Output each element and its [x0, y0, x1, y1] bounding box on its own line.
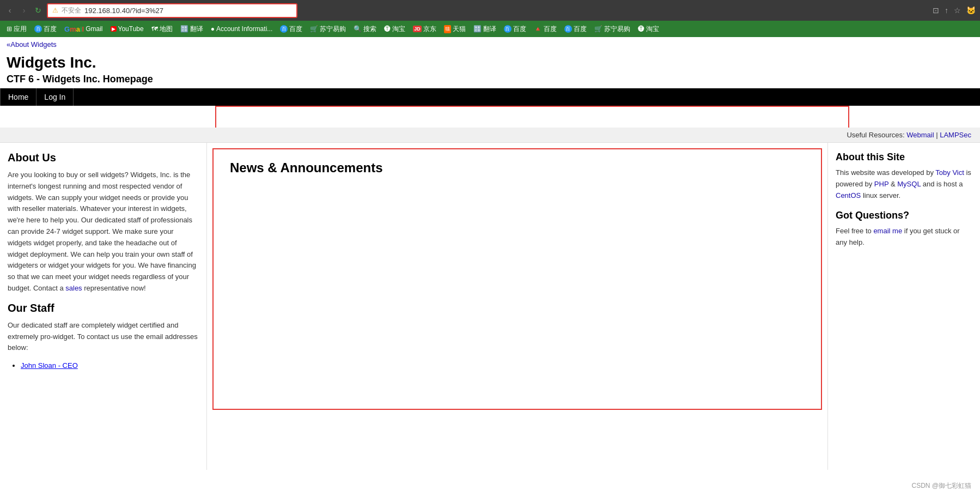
baidu-icon-2: 百: [280, 25, 288, 33]
bookmark-label: 苏宁易购: [604, 25, 630, 34]
bookmark-jd[interactable]: JD 京东: [410, 23, 440, 35]
site-nav: Home Log In: [0, 88, 980, 106]
tianmao-icon: 猫: [444, 25, 451, 33]
news-body: [214, 186, 821, 409]
webmail-link[interactable]: Webmail: [906, 131, 934, 139]
bookmark-translate-2[interactable]: 🔠 翻译: [470, 23, 500, 35]
translate-icon[interactable]: ⊡: [933, 6, 939, 15]
left-sidebar: About Us Are you looking to buy or sell …: [0, 143, 207, 470]
bookmark-baidu-1[interactable]: 百 百度: [31, 23, 60, 35]
extension-icon[interactable]: 🐱: [966, 6, 976, 15]
right-sidebar: About this Site This website was develop…: [827, 143, 980, 470]
bookmark-search[interactable]: 🔍 搜索: [350, 23, 380, 35]
about-site-title: About this Site: [836, 152, 972, 163]
baidu-icon: 百: [34, 25, 42, 33]
bookmark-gmail[interactable]: Gmail Gmail: [61, 24, 106, 34]
forward-button[interactable]: ›: [19, 5, 29, 16]
address-text: 192.168.10.40/?id=3%27: [84, 7, 163, 15]
bookmark-label: 翻译: [190, 25, 203, 34]
baidu-icon-3: 百: [504, 25, 512, 33]
email-link[interactable]: email me: [873, 227, 902, 235]
resources-label: Useful Resources:: [847, 131, 904, 139]
lampsec-link[interactable]: LAMPSec: [940, 131, 971, 139]
about-link-bar: «About Widgets: [0, 37, 980, 52]
about-link[interactable]: «About Widgets: [7, 40, 57, 49]
staff-title: Our Staff: [8, 302, 199, 314]
apps-icon: ⊞: [7, 25, 12, 33]
nav-login[interactable]: Log In: [36, 88, 74, 106]
about-site-text: This website was developed by Toby Vict …: [836, 167, 972, 201]
taobao-icon: 🅣: [384, 25, 391, 33]
account-icon: ●: [211, 25, 215, 33]
news-header: News & Announcements: [214, 149, 821, 186]
about-text: Are you looking to buy or sell widgets? …: [8, 170, 199, 294]
bookmark-label: Gmail: [86, 25, 102, 33]
back-button[interactable]: ‹: [4, 5, 15, 16]
red-border-top: [215, 106, 849, 128]
footer-watermark: CSDN @御七彩虹猫: [911, 481, 971, 491]
bookmark-label: 天猫: [453, 25, 466, 34]
bookmark-label: 百度: [44, 25, 57, 34]
about-title: About Us: [8, 152, 199, 164]
questions-title: Got Questions?: [836, 210, 972, 221]
baidu-icon-4: 百: [564, 25, 572, 33]
page-subtitle: CTF 6 - Widgets Inc. Homepage: [0, 72, 980, 88]
bookmark-label: 地图: [160, 25, 173, 34]
john-sloan-link[interactable]: John Sloan - CEO: [21, 361, 78, 370]
nav-icon: 🔺: [534, 25, 542, 33]
youtube-icon: ▶: [111, 26, 117, 32]
search-bm-icon: 🔍: [354, 25, 362, 33]
center-content: News & Announcements: [207, 143, 827, 470]
bookmark-tianmao[interactable]: 猫 天猫: [441, 23, 469, 35]
bookmark-youtube[interactable]: ▶ Home YouTube: [107, 24, 147, 34]
bookmark-baidu-2[interactable]: 百 百度: [277, 23, 306, 35]
toby-link[interactable]: Toby Vict: [935, 168, 964, 177]
bookmark-label: 百度: [513, 25, 526, 34]
browser-toolbar: ‹ › ↻ ⚠ 不安全 192.168.10.40/?id=3%27 ⊡ ↑ ☆…: [0, 0, 980, 21]
bookmark-label: 应用: [14, 25, 27, 34]
suning-icon-2: 🛒: [594, 25, 602, 33]
main-layout: About Us Are you looking to buy or sell …: [0, 143, 980, 470]
news-title: News & Announcements: [230, 160, 805, 176]
bookmark-suning[interactable]: 🛒 苏宁易购: [307, 23, 349, 35]
browser-icons-right: ⊡ ↑ ☆ 🐱: [933, 6, 976, 15]
bookmark-translate-1[interactable]: 🔠 翻译: [177, 23, 206, 35]
taobao-icon-2: 🅣: [638, 25, 644, 33]
bookmark-baidu-3[interactable]: 百 百度: [501, 23, 529, 35]
bookmark-label: 淘宝: [392, 25, 405, 34]
bookmarks-bar: ⊞ 应用 百 百度 Gmail Gmail ▶ Home YouTube 🗺 地…: [0, 21, 980, 37]
questions-text: Feel free to email me if you get stuck o…: [836, 226, 972, 249]
share-icon[interactable]: ↑: [945, 6, 948, 15]
staff-text: Our dedicated staff are completely widge…: [8, 320, 199, 354]
bookmark-label: 京东: [423, 25, 436, 34]
bookmark-label: 百度: [574, 25, 587, 34]
suning-icon: 🛒: [310, 25, 318, 33]
translate-bm-icon-2: 🔠: [473, 25, 482, 33]
refresh-button[interactable]: ↻: [33, 5, 44, 16]
bookmark-baidu-4[interactable]: 百 百度: [561, 23, 590, 35]
bookmark-taobao-1[interactable]: 🅣 淘宝: [381, 23, 409, 35]
warning-text: 不安全: [62, 6, 81, 15]
bookmark-label: 翻译: [483, 25, 496, 34]
bookmark-suning-2[interactable]: 🛒 苏宁易购: [591, 23, 634, 35]
resources-bar: Useful Resources: Webmail | LAMPSec: [0, 128, 980, 143]
centos-link[interactable]: CentOS: [836, 191, 861, 199]
bookmark-label: 百度: [544, 25, 557, 34]
warning-icon: ⚠: [52, 7, 58, 14]
site-title: Widgets Inc.: [0, 52, 980, 72]
star-icon[interactable]: ☆: [954, 6, 961, 15]
bookmark-baidu-nav[interactable]: 🔺 百度: [531, 23, 560, 35]
bookmark-account[interactable]: ● Account Informati...: [208, 24, 276, 34]
address-bar[interactable]: ⚠ 不安全 192.168.10.40/?id=3%27: [47, 3, 297, 18]
news-box: News & Announcements: [212, 148, 822, 410]
bookmark-apps[interactable]: ⊞ 应用: [3, 23, 30, 35]
sales-link[interactable]: sales: [65, 284, 82, 292]
mysql-link[interactable]: MySQL: [897, 180, 921, 188]
bookmark-label: 搜索: [363, 25, 376, 34]
php-link[interactable]: PHP: [874, 180, 889, 188]
nav-home[interactable]: Home: [0, 88, 36, 106]
bookmark-taobao-2[interactable]: 🅣 淘宝: [635, 23, 662, 35]
page-wrapper: «About Widgets Widgets Inc. CTF 6 - Widg…: [0, 37, 980, 495]
browser-chrome: ‹ › ↻ ⚠ 不安全 192.168.10.40/?id=3%27 ⊡ ↑ ☆…: [0, 0, 980, 37]
bookmark-maps[interactable]: 🗺 地图: [148, 23, 176, 35]
